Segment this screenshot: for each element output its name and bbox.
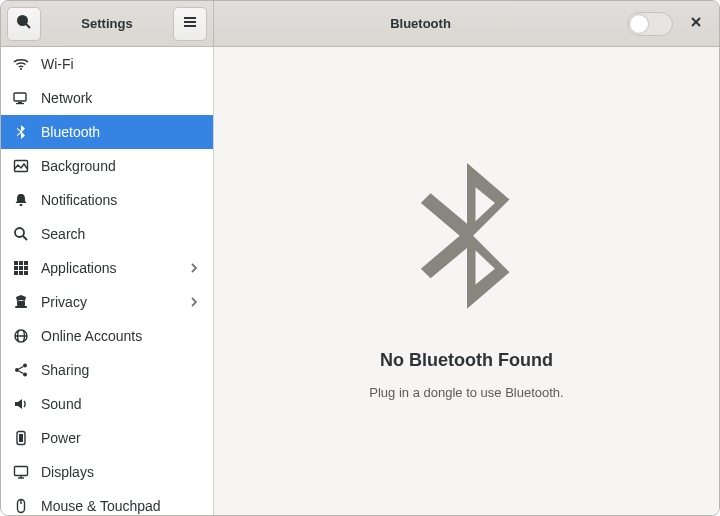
privacy-icon [13,294,29,310]
sidebar-item-label: Sound [41,396,201,412]
sidebar[interactable]: Wi-FiNetworkBluetoothBackgroundNotificat… [1,47,214,515]
toggle-knob [629,14,649,34]
sidebar-item-privacy[interactable]: Privacy [1,285,213,319]
sidebar-item-mouse[interactable]: Mouse & Touchpad [1,489,213,515]
sidebar-item-network[interactable]: Network [1,81,213,115]
svg-rect-16 [19,261,23,265]
content-pane: No Bluetooth Found Plug in a dongle to u… [214,47,719,515]
svg-line-1 [26,24,30,28]
sidebar-item-sharing[interactable]: Sharing [1,353,213,387]
power-icon [13,430,29,446]
svg-rect-21 [14,271,18,275]
sidebar-item-label: Mouse & Touchpad [41,498,201,514]
online-icon [13,328,29,344]
body: Wi-FiNetworkBluetoothBackgroundNotificat… [1,47,719,515]
empty-state-title: No Bluetooth Found [380,350,553,371]
svg-point-0 [18,16,27,25]
svg-line-14 [23,236,27,240]
svg-rect-19 [19,266,23,270]
mouse-icon [13,498,29,514]
sidebar-item-bluetooth[interactable]: Bluetooth [1,115,213,149]
sidebar-item-label: Notifications [41,192,201,208]
titlebar-right: Bluetooth [214,1,719,46]
sidebar-item-notifications[interactable]: Notifications [1,183,213,217]
search-button[interactable] [7,7,41,41]
network-icon [13,90,29,106]
sidebar-item-search[interactable]: Search [1,217,213,251]
bluetooth-icon [13,124,29,140]
bluetooth-toggle[interactable] [627,12,673,36]
empty-state-subtitle: Plug in a dongle to use Bluetooth. [369,385,563,400]
sidebar-item-label: Privacy [41,294,177,310]
sidebar-item-wifi[interactable]: Wi-Fi [1,47,213,81]
svg-rect-15 [14,261,18,265]
svg-point-27 [23,364,27,368]
svg-rect-23 [24,271,28,275]
svg-point-7 [20,68,22,70]
sidebar-item-label: Power [41,430,201,446]
svg-rect-17 [24,261,28,265]
displays-icon [13,464,29,480]
sidebar-item-power[interactable]: Power [1,421,213,455]
sidebar-item-displays[interactable]: Displays [1,455,213,489]
sidebar-item-label: Background [41,158,201,174]
menu-button[interactable] [173,7,207,41]
svg-rect-25 [15,306,27,308]
settings-window: Settings Bluetooth Wi-FiNetworkBluetooth… [0,0,720,516]
titlebar-left-title: Settings [47,16,167,31]
svg-rect-12 [20,204,23,206]
wifi-icon [13,56,29,72]
svg-rect-20 [24,266,28,270]
sidebar-item-background[interactable]: Background [1,149,213,183]
sidebar-item-label: Online Accounts [41,328,201,344]
search-icon [13,226,29,242]
titlebar: Settings Bluetooth [1,1,719,47]
close-button[interactable] [679,7,713,41]
sidebar-item-applications[interactable]: Applications [1,251,213,285]
svg-rect-24 [17,301,25,306]
svg-point-28 [15,368,19,372]
sidebar-item-label: Applications [41,260,177,276]
sidebar-item-label: Displays [41,464,201,480]
titlebar-right-title: Bluetooth [220,16,621,31]
sidebar-item-sound[interactable]: Sound [1,387,213,421]
svg-rect-22 [19,271,23,275]
svg-point-13 [15,228,24,237]
chevron-right-icon [189,260,201,276]
share-icon [13,362,29,378]
sidebar-item-label: Bluetooth [41,124,201,140]
svg-rect-18 [14,266,18,270]
hamburger-icon [182,14,198,33]
background-icon [13,158,29,174]
apps-icon [13,260,29,276]
sidebar-item-label: Sharing [41,362,201,378]
svg-rect-31 [19,434,23,442]
svg-point-29 [23,373,27,377]
sidebar-item-label: Search [41,226,201,242]
sound-icon [13,396,29,412]
svg-rect-8 [14,93,26,101]
sidebar-item-label: Wi-Fi [41,56,201,72]
bell-icon [13,192,29,208]
titlebar-left: Settings [1,1,214,46]
chevron-right-icon [189,294,201,310]
sidebar-item-online[interactable]: Online Accounts [1,319,213,353]
svg-rect-10 [16,103,24,104]
sidebar-item-label: Network [41,90,201,106]
svg-rect-32 [15,467,28,476]
close-icon [688,14,704,33]
bluetooth-large-icon [392,163,542,336]
search-icon [16,14,32,33]
